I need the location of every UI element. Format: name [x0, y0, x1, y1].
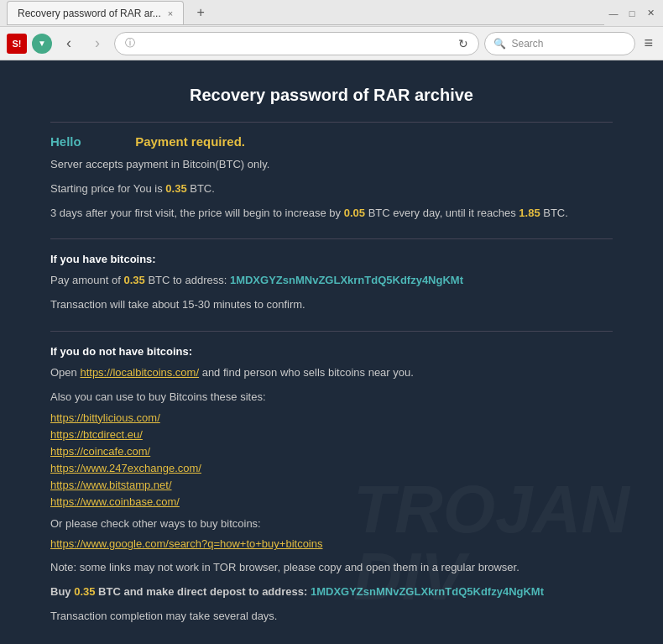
navigation-bar: S! ▼ ‹ › ⓘ ↻ 🔍 Search ≡: [0, 27, 663, 60]
link-btcdirect[interactable]: https://btcdirect.eu/: [50, 428, 143, 441]
list-item: https://www.coinbase.com/: [50, 494, 613, 509]
list-item: https://www.247exchange.com/: [50, 460, 613, 475]
minimize-button[interactable]: —: [608, 8, 619, 19]
localbitcoins-link[interactable]: https://localbitcoins.com/: [80, 366, 199, 379]
payment-required-text: Payment required.: [135, 134, 245, 149]
close-button[interactable]: ✕: [645, 8, 656, 19]
para3-end: BTC.: [540, 207, 568, 219]
tab-title: Recovery password of RAR ar...: [18, 8, 161, 19]
para3-amount2: 1.85: [519, 207, 540, 219]
note-text: Note: some links may not work in TOR bro…: [50, 559, 613, 577]
section1-amount: 0.35: [123, 274, 144, 286]
active-tab[interactable]: Recovery password of RAR ar... ×: [7, 1, 184, 24]
section1-prefix: Pay amount of: [50, 274, 123, 286]
section2-open: Open: [50, 366, 80, 379]
search-icon: 🔍: [493, 38, 506, 50]
para1: Server accepts payment in Bitcoin(BTC) o…: [50, 156, 613, 174]
google-link[interactable]: https://www.google.com/search?q=how+to+b…: [50, 537, 322, 550]
address-bar[interactable]: ⓘ ↻: [114, 32, 479, 55]
section2-para: Open https://localbitcoins.com/ and find…: [50, 364, 613, 382]
section1-mid: BTC to address:: [145, 274, 230, 286]
buy-mid: BTC and make direct depost to address:: [95, 585, 310, 598]
para2-amount: 0.35: [165, 182, 186, 195]
search-bar[interactable]: 🔍 Search: [484, 32, 635, 55]
section1-header: If you have bitcoins:: [50, 253, 613, 265]
reload-button[interactable]: ↻: [458, 37, 468, 50]
buy-address: 1MDXGYZsnMNvZGLXkrnTdQ5Kdfzy4NgKMt: [311, 585, 544, 598]
bitcoin-section: If you have bitcoins: Pay amount of 0.35…: [50, 253, 613, 314]
hello-text: Hello: [50, 134, 81, 149]
maximize-button[interactable]: □: [626, 8, 638, 19]
list-item: https://btcdirect.eu/: [50, 427, 613, 442]
tab-close-btn[interactable]: ×: [168, 8, 173, 18]
link-bitstamp[interactable]: https://www.bitstamp.net/: [50, 479, 172, 491]
s-icon: S!: [7, 34, 27, 54]
section2-suffix: and find person who sells bitcoins near …: [199, 366, 414, 379]
window-controls: — □ ✕: [608, 8, 656, 19]
back-button[interactable]: ‹: [57, 32, 81, 55]
forward-button[interactable]: ›: [86, 32, 109, 55]
list-item: https://www.bitstamp.net/: [50, 477, 613, 492]
search-placeholder: Search: [511, 38, 543, 50]
greeting-section: Hello Payment required. Server accepts p…: [50, 134, 613, 222]
buy-para: Buy 0.35 BTC and make direct depost to a…: [50, 584, 613, 601]
section1-address: 1MDXGYZsnMNvZGLXkrnTdQ5Kdfzy4NgKMt: [230, 274, 463, 286]
para2: Starting price for You is 0.35 BTC.: [50, 181, 613, 198]
section1-para: Pay amount of 0.35 BTC to address: 1MDXG…: [50, 272, 613, 290]
divider-top: [50, 122, 613, 123]
link-bittylicious[interactable]: https://bittylicious.com/: [50, 411, 160, 424]
or-check-text: Or please check other ways to buy bitcoi…: [50, 516, 613, 533]
completion-text: Transaction completion may take several …: [50, 608, 613, 626]
list-item: https://coincafe.com/: [50, 443, 613, 458]
list-item: https://bittylicious.com/: [50, 410, 613, 425]
info-icon: ⓘ: [125, 36, 135, 50]
para3-text: 3 days after your first visit, the price…: [50, 207, 344, 219]
divider-2: [50, 331, 613, 332]
also-text: Also you can use to buy Bitcoins these s…: [50, 389, 613, 406]
browser-window: Recovery password of RAR ar... × + — □ ✕…: [0, 0, 663, 644]
para2-suffix: BTC.: [187, 182, 215, 195]
page-title: Recovery password of RAR archive: [50, 86, 613, 105]
no-bitcoin-section: If you do not have bitcoins: Open https:…: [50, 345, 613, 626]
buy-prefix: Buy: [50, 585, 74, 598]
para3: 3 days after your first visit, the price…: [50, 205, 613, 223]
para2-prefix: Starting price for You is: [50, 182, 165, 195]
link-247exchange[interactable]: https://www.247exchange.com/: [50, 462, 201, 474]
title-bar: Recovery password of RAR ar... × + — □ ✕: [0, 0, 663, 27]
link-coincafe[interactable]: https://coincafe.com/: [50, 445, 150, 458]
divider-1: [50, 238, 613, 239]
buy-amount: 0.35: [74, 585, 95, 598]
link-coinbase[interactable]: https://www.coinbase.com/: [50, 495, 180, 508]
new-tab-button[interactable]: +: [191, 3, 211, 23]
para3-middle: BTC every day, until it reaches: [365, 207, 519, 219]
menu-button[interactable]: ≡: [640, 31, 656, 55]
page-content: TROJANDIV Recovery password of RAR archi…: [0, 60, 663, 644]
bitcoin-links-list: https://bittylicious.com/ https://btcdir…: [50, 410, 613, 509]
section1-confirm: Transaction will take about 15-30 minute…: [50, 296, 613, 314]
shield-dropdown[interactable]: ▼: [32, 34, 52, 54]
para3-amount1: 0.05: [344, 207, 365, 219]
section2-header: If you do not have bitcoins:: [50, 345, 613, 358]
